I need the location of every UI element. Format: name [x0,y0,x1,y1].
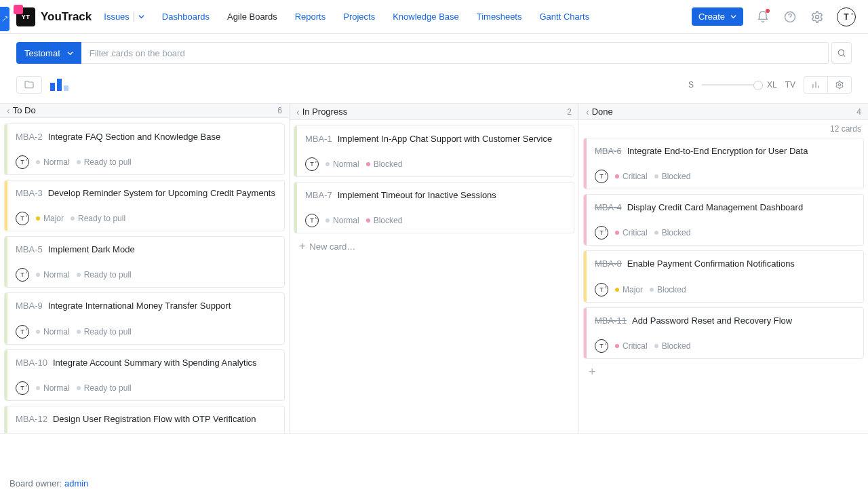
user-avatar[interactable]: T [837,7,856,26]
new-card-button[interactable]: + New card… [294,238,574,254]
card-id[interactable]: MBA-5 [16,244,43,256]
card[interactable]: MBA-10 Integrate Account Summary with Sp… [4,349,285,401]
card[interactable]: MBA-8 Enable Payment Confirmation Notifi… [583,250,864,302]
board-selector[interactable]: Testomat [16,42,81,64]
card-id[interactable]: MBA-1 [305,133,332,145]
status-tag[interactable]: Ready to pull [77,383,132,393]
priority-tag[interactable]: Normal [36,270,70,280]
priority-tag[interactable]: Normal [326,216,359,225]
add-card-button[interactable]: + [583,364,864,381]
priority-tag[interactable]: Major [615,285,643,294]
card-id[interactable]: MBA-6 [595,145,622,157]
priority-tag[interactable]: Critical [615,341,648,351]
assignee-avatar[interactable]: T [595,170,608,183]
priority-dot [615,174,619,178]
assignee-avatar[interactable]: T [595,339,608,353]
card-id[interactable]: MBA-9 [16,300,43,312]
assignee-avatar[interactable]: T [16,212,29,225]
status-tag[interactable]: Blocked [366,159,403,169]
status-tag[interactable]: Ready to pull [71,214,125,223]
chart-button[interactable] [804,77,827,93]
assignee-avatar[interactable]: T [595,226,608,240]
card-id[interactable]: MBA-7 [305,189,332,202]
card[interactable]: MBA-7 Implement Timeout for Inactive Ses… [294,182,574,233]
column-header[interactable]: ‹ Done 4 [579,104,868,120]
assignee-avatar[interactable]: T [16,268,29,282]
size-xl[interactable]: XL [767,80,777,90]
assignee-avatar[interactable]: T [305,214,319,227]
card[interactable]: MBA-6 Integrate End-to-End Encryption fo… [583,138,864,189]
nav-dashboards[interactable]: Dashboards [162,12,210,22]
priority-tag[interactable]: Normal [36,327,70,337]
priority-tag[interactable]: Critical [615,172,648,181]
status-tag[interactable]: Ready to pull [77,270,132,280]
card[interactable]: MBA-12 Design User Registration Flow wit… [4,406,285,433]
nav-knowledge-base[interactable]: Knowledge Base [393,12,459,22]
nav-projects[interactable]: Projects [343,12,375,22]
column-header[interactable]: ‹ In Progress 2 [290,104,578,120]
assignee-avatar[interactable]: T [305,157,319,171]
column: ‹ Done 412 cards MBA-6 Integrate End-to-… [578,104,868,433]
assignee-avatar[interactable]: T [16,325,29,339]
card[interactable]: MBA-5 Implement Dark Mode T Normal Ready… [4,236,285,288]
assignee-avatar[interactable]: T [16,381,29,395]
card-id[interactable]: MBA-2 [16,131,43,143]
card-id[interactable]: MBA-4 [595,202,622,214]
priority-dot [615,344,619,348]
nav-agile-boards[interactable]: Agile Boards [227,12,277,22]
notifications-icon[interactable] [755,9,770,24]
status-tag[interactable]: Ready to pull [77,157,132,167]
assignee-avatar[interactable]: T [16,155,29,169]
card-title: Integrate End-to-End Encryption for User… [627,145,808,157]
priority-label: Normal [43,383,70,393]
search-button[interactable] [831,42,852,64]
card-size-slider[interactable] [702,84,759,85]
priority-tag[interactable]: Normal [36,383,70,393]
card[interactable]: MBA-11 Add Password Reset and Recovery F… [583,307,864,359]
status-label: Blocked [662,228,691,237]
card[interactable]: MBA-9 Integrate International Money Tran… [4,292,285,344]
priority-tag[interactable]: Normal [326,159,359,169]
card[interactable]: MBA-2 Integrate FAQ Section and Knowledg… [4,123,285,175]
card-id[interactable]: MBA-12 [16,413,47,425]
priority-dot [36,216,40,221]
card[interactable]: MBA-4 Display Credit Card Management Das… [583,194,864,246]
priority-tag[interactable]: Critical [615,228,648,237]
card[interactable]: MBA-3 Develop Reminder System for Upcomi… [4,180,285,231]
help-icon[interactable] [783,9,797,24]
card-id[interactable]: MBA-11 [595,315,627,327]
size-tv[interactable]: TV [785,80,795,90]
logo[interactable]: YT YouTrack [16,7,92,26]
board-settings-button[interactable] [827,77,851,93]
status-dot [71,216,75,221]
status-tag[interactable]: Blocked [654,172,691,181]
status-tag[interactable]: Blocked [654,228,691,237]
nav-reports[interactable]: Reports [295,12,326,22]
priority-tag[interactable]: Normal [36,157,70,167]
status-label: Ready to pull [84,157,132,167]
nav-timesheets[interactable]: Timesheets [477,12,522,22]
nav-issues[interactable]: Issues [104,12,144,22]
nav-gantt-charts[interactable]: Gantt Charts [539,12,589,22]
card[interactable]: MBA-1 Implement In-App Chat Support with… [294,126,574,177]
chart-toggle[interactable] [50,79,68,91]
create-button[interactable]: Create [692,7,743,26]
status-tag[interactable]: Blocked [650,285,686,294]
app-name: YouTrack [41,10,92,24]
card-id[interactable]: MBA-3 [16,187,43,199]
priority-tag[interactable]: Major [36,214,64,223]
assignee-avatar[interactable]: T [595,283,608,296]
status-tag[interactable]: Ready to pull [77,327,132,337]
column-header[interactable]: ‹ To Do 6 [0,104,289,118]
chevron-left-icon: ‹ [7,106,10,115]
status-tag[interactable]: Blocked [654,341,691,351]
side-handle[interactable] [0,7,9,31]
card-id[interactable]: MBA-10 [16,357,47,369]
board-owner-link[interactable]: admin [64,478,88,489]
settings-icon[interactable] [810,9,825,24]
status-tag[interactable]: Blocked [366,216,403,225]
size-s[interactable]: S [688,80,694,90]
filter-input[interactable] [81,43,828,63]
card-id[interactable]: MBA-8 [595,258,622,270]
backlog-button[interactable] [16,76,42,94]
